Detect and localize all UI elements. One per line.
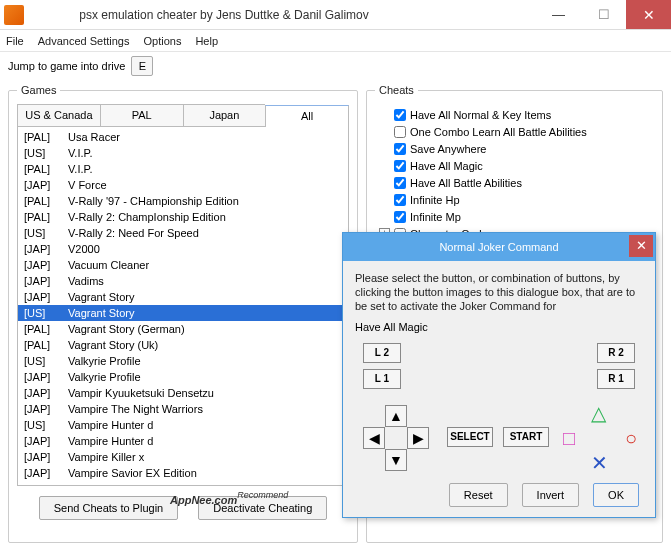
drive-button[interactable]: E (131, 56, 153, 76)
game-title: Vampir Kyuuketsuki Densetzu (68, 385, 214, 401)
games-panel: Games US & Canada PAL Japan All [PAL]Usa… (8, 84, 358, 543)
game-title: Vacuum Cleaner (68, 257, 149, 273)
game-row[interactable]: [PAL]Usa Racer (18, 129, 348, 145)
game-title: V.I.P. (68, 161, 92, 177)
tab-pal[interactable]: PAL (100, 104, 183, 126)
reset-button[interactable]: Reset (449, 483, 508, 507)
menu-help[interactable]: Help (195, 35, 218, 47)
cheat-row[interactable]: One Combo Learn All Battle Abilities (379, 123, 650, 140)
maximize-button[interactable]: ☐ (581, 0, 626, 29)
game-row[interactable]: [JAP]Vampire Savior EX Edition (18, 465, 348, 481)
tab-all[interactable]: All (265, 105, 349, 127)
game-row[interactable]: [JAP]V2000 (18, 241, 348, 257)
game-row[interactable]: [JAP]Valkyrie Profile (18, 369, 348, 385)
game-row[interactable]: [JAP]Vacuum Cleaner (18, 257, 348, 273)
menu-options[interactable]: Options (143, 35, 181, 47)
dpad-right[interactable]: ▶ (407, 427, 429, 449)
game-row[interactable]: [PAL]Vagrant Story (Uk) (18, 337, 348, 353)
game-row[interactable]: [PAL]V.I.P. (18, 161, 348, 177)
cheat-row[interactable]: Save Anywhere (379, 140, 650, 157)
dpad-left[interactable]: ◀ (363, 427, 385, 449)
game-region: [JAP] (24, 433, 64, 449)
menu-advanced-settings[interactable]: Advanced Settings (38, 35, 130, 47)
game-region: [US] (24, 305, 64, 321)
game-row[interactable]: [US]Valkyrie Profile (18, 353, 348, 369)
game-region: [PAL] (24, 193, 64, 209)
minimize-button[interactable]: — (536, 0, 581, 29)
game-title: Vampire Savior EX Edition (68, 465, 197, 481)
cheats-legend: Cheats (375, 84, 418, 96)
game-row[interactable]: [PAL]V-Rally 2: ChampIonship Edition (18, 209, 348, 225)
games-legend: Games (17, 84, 60, 96)
game-title: V2000 (68, 241, 100, 257)
cheat-row[interactable]: Have All Normal & Key Items (379, 106, 650, 123)
dpad-down[interactable]: ▼ (385, 449, 407, 471)
cheat-checkbox[interactable] (394, 160, 406, 172)
game-region: [US] (24, 353, 64, 369)
cross-button[interactable]: ✕ (591, 451, 608, 475)
cheat-label: One Combo Learn All Battle Abilities (410, 126, 587, 138)
cheat-row[interactable]: Infinite Mp (379, 208, 650, 225)
l2-button[interactable]: L 2 (363, 343, 401, 363)
game-title: Usa Racer (68, 129, 120, 145)
game-row[interactable]: [US]Vampire Hunter d (18, 417, 348, 433)
game-row[interactable]: [PAL]V-Rally '97 - CHampionship Edition (18, 193, 348, 209)
game-row[interactable]: [US]Vanark (18, 481, 348, 486)
game-row[interactable]: [JAP]Vampire The Night Warriors (18, 401, 348, 417)
invert-button[interactable]: Invert (522, 483, 580, 507)
game-row[interactable]: [JAP]Vampire Hunter d (18, 433, 348, 449)
tab-japan[interactable]: Japan (183, 104, 266, 126)
cheat-checkbox[interactable] (394, 109, 406, 121)
cheat-checkbox[interactable] (394, 143, 406, 155)
joker-command-dialog: Normal Joker Command ✕ Please select the… (342, 232, 656, 518)
cheat-row[interactable]: Infinite Hp (379, 191, 650, 208)
game-row[interactable]: [US]Vagrant Story (18, 305, 348, 321)
game-region: [JAP] (24, 465, 64, 481)
game-row[interactable]: [JAP]V Force (18, 177, 348, 193)
game-title: V-Rally 2: ChampIonship Edition (68, 209, 226, 225)
game-title: Vanark (68, 481, 102, 486)
dialog-close-button[interactable]: ✕ (629, 235, 653, 257)
select-button[interactable]: SELECT (447, 427, 493, 447)
triangle-button[interactable]: △ (591, 401, 606, 425)
tab-us-canada[interactable]: US & Canada (17, 104, 100, 126)
cheat-checkbox[interactable] (394, 194, 406, 206)
cheat-label: Infinite Hp (410, 194, 460, 206)
game-region: [JAP] (24, 401, 64, 417)
ok-button[interactable]: OK (593, 483, 639, 507)
cheat-checkbox[interactable] (394, 211, 406, 223)
game-region: [JAP] (24, 177, 64, 193)
menu-file[interactable]: File (6, 35, 24, 47)
cheat-row[interactable]: Have All Magic (379, 157, 650, 174)
dialog-title: Normal Joker Command (439, 241, 558, 253)
game-title: Vagrant Story (68, 289, 134, 305)
game-row[interactable]: [JAP]Vadims (18, 273, 348, 289)
l1-button[interactable]: L 1 (363, 369, 401, 389)
r1-button[interactable]: R 1 (597, 369, 635, 389)
close-button[interactable]: ✕ (626, 0, 671, 29)
cheat-row[interactable]: Have All Battle Abilities (379, 174, 650, 191)
cheat-checkbox[interactable] (394, 126, 406, 138)
deactivate-cheating-button[interactable]: Deactivate Cheating (198, 496, 327, 520)
dialog-titlebar[interactable]: Normal Joker Command ✕ (343, 233, 655, 261)
cheat-label: Save Anywhere (410, 143, 486, 155)
circle-button[interactable]: ○ (625, 427, 637, 450)
start-button[interactable]: START (503, 427, 549, 447)
window-title: psx emulation cheater by Jens Duttke & D… (32, 8, 536, 22)
region-tabs: US & Canada PAL Japan All (17, 104, 349, 126)
r2-button[interactable]: R 2 (597, 343, 635, 363)
game-region: [US] (24, 481, 64, 486)
games-listbox[interactable]: [PAL]Usa Racer[US]V.I.P.[PAL]V.I.P.[JAP]… (17, 126, 349, 486)
dialog-message: Please select the button, or combination… (355, 271, 643, 313)
send-cheats-button[interactable]: Send Cheats to Plugin (39, 496, 178, 520)
game-row[interactable]: [PAL]Vagrant Story (German) (18, 321, 348, 337)
cheat-checkbox[interactable] (394, 177, 406, 189)
game-row[interactable]: [JAP]Vampir Kyuuketsuki Densetzu (18, 385, 348, 401)
square-button[interactable]: □ (563, 427, 575, 450)
dpad-up[interactable]: ▲ (385, 405, 407, 427)
game-row[interactable]: [US]V-Rally 2: Need For Speed (18, 225, 348, 241)
game-row[interactable]: [US]V.I.P. (18, 145, 348, 161)
titlebar: psx emulation cheater by Jens Duttke & D… (0, 0, 671, 30)
game-row[interactable]: [JAP]Vagrant Story (18, 289, 348, 305)
game-row[interactable]: [JAP]Vampire Killer x (18, 449, 348, 465)
